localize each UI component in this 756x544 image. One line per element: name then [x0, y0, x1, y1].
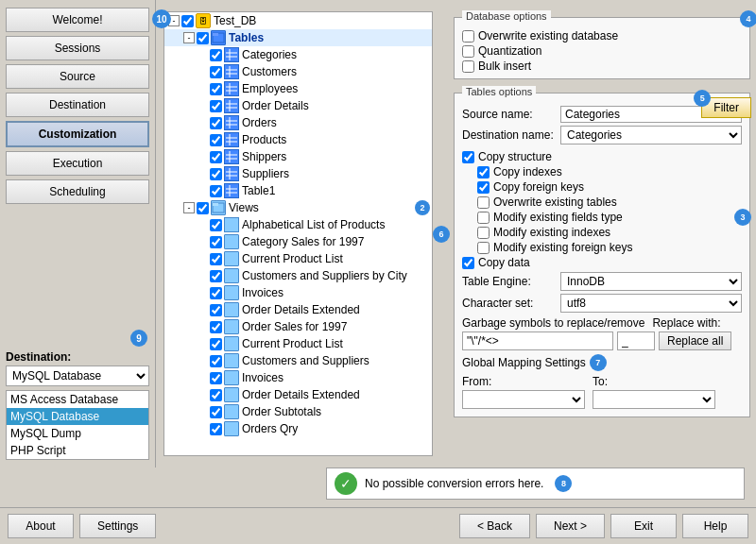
tree-cb-catsales[interactable]: [210, 236, 222, 248]
help-button[interactable]: Help: [682, 514, 748, 538]
tree-item-shippers[interactable]: Shippers: [164, 148, 432, 165]
dest-item-msaccess[interactable]: MS Access Database: [7, 391, 148, 408]
tree-cb-root[interactable]: [181, 15, 194, 27]
modify-fk-label: Modify existing foreign keys: [493, 241, 632, 254]
tree-cb-alpha[interactable]: [210, 219, 222, 231]
tree-cb-employees[interactable]: [210, 83, 222, 95]
from-section: From:: [462, 375, 585, 409]
tree-toggle-tables[interactable]: -: [183, 32, 195, 43]
tree-tables-folder[interactable]: - Tables: [164, 29, 432, 46]
tree-view-orderext[interactable]: Order Details Extended: [164, 301, 432, 318]
tree-view-orderext2[interactable]: Order Details Extended: [164, 386, 432, 403]
tree-view-custandsup2[interactable]: Customers and Suppliers: [164, 352, 432, 369]
back-button[interactable]: < Back: [459, 514, 530, 538]
exit-button[interactable]: Exit: [610, 514, 677, 538]
tree-item-employees[interactable]: Employees: [164, 80, 432, 97]
tree-cb-currprod[interactable]: [210, 253, 222, 265]
tree-cb-customers[interactable]: [210, 66, 222, 78]
tree-item-suppliers[interactable]: Suppliers: [164, 165, 432, 182]
tree-cb-invoices2[interactable]: [210, 372, 222, 384]
tree-cb-categories[interactable]: [210, 49, 222, 61]
overwrite-db-cb[interactable]: [462, 30, 474, 42]
tree-view-ordersales[interactable]: Order Sales for 1997: [164, 318, 432, 335]
sidebar-btn-execution[interactable]: Execution: [6, 151, 149, 176]
tree-cb-ordersales[interactable]: [210, 321, 222, 333]
sidebar-btn-destination[interactable]: Destination: [6, 93, 149, 117]
tree-view-catsales[interactable]: Category Sales for 1997: [164, 233, 432, 250]
tree-cb-orderext2[interactable]: [210, 389, 222, 401]
view-label: Order Details Extended: [242, 388, 360, 401]
tree-view-currprod2[interactable]: Current Product List: [164, 335, 432, 352]
settings-button[interactable]: Settings: [79, 514, 156, 538]
to-select[interactable]: [593, 390, 715, 409]
tree-cb-table1[interactable]: [210, 185, 222, 197]
table-engine-select[interactable]: InnoDB: [560, 272, 742, 291]
modify-fields-cb[interactable]: [477, 212, 490, 224]
charset-select[interactable]: utf8: [560, 294, 742, 313]
tree-cb-custandsup2[interactable]: [210, 355, 222, 367]
sidebar-btn-welcome[interactable]: Welcome!: [6, 8, 149, 32]
garbage-header: Garbage symbols to replace/remove Replac…: [462, 316, 742, 330]
sidebar-btn-source[interactable]: Source: [6, 64, 149, 89]
tree-item-orders[interactable]: Orders: [164, 114, 432, 131]
tree-cb-currprod2[interactable]: [210, 338, 222, 350]
copy-data-cb[interactable]: [462, 257, 474, 269]
modify-fk-cb[interactable]: [477, 242, 490, 254]
bulk-insert-cb[interactable]: [462, 60, 474, 73]
tree-view-subtotals[interactable]: Order Subtotals: [164, 403, 432, 420]
tree-cb-shippers[interactable]: [210, 151, 222, 163]
tree-item-table1[interactable]: Table1: [164, 182, 432, 199]
garbage-label: Garbage symbols to replace/remove: [462, 316, 644, 330]
tree-cb-tables[interactable]: [197, 32, 209, 44]
tree-view-invoices[interactable]: Invoices: [164, 284, 432, 301]
tree-root[interactable]: - 🗄 Test_DB: [164, 12, 432, 29]
sidebar-btn-customization[interactable]: Customization: [6, 121, 149, 147]
dest-name-select[interactable]: Categories: [560, 126, 742, 144]
tree-cb-ordersqry[interactable]: [210, 423, 222, 435]
about-button[interactable]: About: [8, 514, 74, 538]
view-icon-subtotals: [224, 404, 239, 419]
tree-cb-orderdetails[interactable]: [210, 100, 222, 112]
view-icon-catsales: [224, 234, 239, 249]
tree-item-categories[interactable]: Categories: [164, 46, 432, 63]
tree-item-orderdetails[interactable]: Order Details: [164, 97, 432, 114]
tree-cb-orders[interactable]: [210, 117, 222, 129]
dest-item-mysqldump[interactable]: MySQL Dump: [7, 425, 148, 442]
tree-views-folder[interactable]: - Views 2: [164, 199, 432, 216]
tree-cb-views[interactable]: [197, 202, 209, 214]
next-button[interactable]: Next >: [536, 514, 605, 538]
tree-cb-invoices[interactable]: [210, 287, 222, 299]
copy-indexes-cb[interactable]: [477, 166, 490, 178]
tree-toggle-views[interactable]: -: [183, 202, 195, 213]
splitter[interactable]: 6: [440, 0, 448, 468]
tree-cb-custandsup[interactable]: [210, 270, 222, 282]
replace-all-button[interactable]: Replace all: [659, 332, 731, 350]
tree-view-currprod[interactable]: Current Product List: [164, 250, 432, 267]
quantization-cb[interactable]: [462, 45, 474, 58]
copy-structure-cb[interactable]: [462, 151, 474, 163]
tree-item-products[interactable]: Products: [164, 131, 432, 148]
tree-view-ordersqry[interactable]: Orders Qry: [164, 420, 432, 437]
tree-view-invoices2[interactable]: Invoices: [164, 369, 432, 386]
garbage-input[interactable]: [462, 332, 613, 350]
sidebar-btn-scheduling[interactable]: Scheduling: [6, 179, 149, 204]
copy-indexes-label: Copy indexes: [493, 165, 562, 178]
tree-view-custandsup[interactable]: Customers and Suppliers by City: [164, 267, 432, 284]
tree-cb-orderext[interactable]: [210, 304, 222, 316]
overwrite-tables-cb[interactable]: [477, 196, 490, 209]
sidebar-btn-sessions[interactable]: Sessions: [6, 36, 149, 60]
tree-cb-subtotals[interactable]: [210, 406, 222, 418]
tree-item-customers[interactable]: Customers: [164, 63, 432, 80]
replace-input[interactable]: [617, 332, 655, 350]
table-icon-suppliers: [224, 166, 239, 181]
dest-item-mysql[interactable]: MySQL Database: [7, 408, 148, 425]
dest-dropdown[interactable]: MySQL Database: [6, 366, 149, 386]
modify-indexes-cb[interactable]: [477, 227, 490, 239]
copy-fk-cb[interactable]: [477, 181, 490, 194]
from-select[interactable]: [462, 390, 585, 409]
modify-indexes-row: Modify existing indexes: [462, 226, 742, 239]
tree-view-alpha[interactable]: Alphabetical List of Products: [164, 216, 432, 233]
tree-cb-suppliers[interactable]: [210, 168, 222, 180]
dest-item-php[interactable]: PHP Script: [7, 442, 148, 459]
tree-cb-products[interactable]: [210, 134, 222, 146]
